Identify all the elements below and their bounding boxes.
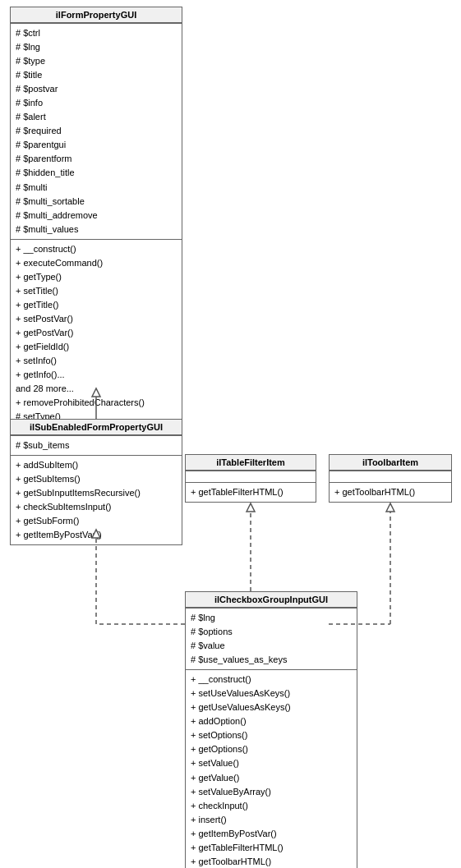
method-row: + getValue() (191, 771, 352, 785)
method-row: + getUseValuesAsKeys() (191, 700, 352, 714)
method-row: + checkInput() (191, 799, 352, 813)
class-ilToolbarItem: ilToolbarItem + getToolbarHTML() (329, 454, 452, 503)
method-row: + setOptions() (191, 728, 352, 742)
arrowhead-impl-toolbar (386, 503, 394, 512)
class-attributes-ilFormPropertyGUI: # $ctrl # $lng # $type # $title # $postv… (11, 23, 182, 239)
attr-row: # $sub_items (16, 439, 177, 452)
attr-row: # $multi_addremove (16, 209, 177, 223)
method-row: + __construct() (191, 673, 352, 687)
attr-row: # $use_values_as_keys (191, 653, 352, 667)
class-attributes-ilCheckboxGroupInputGUI: # $lng # $options # $value # $use_values… (186, 608, 357, 669)
attr-row: # $parentgui (16, 138, 177, 152)
attr-row: # $ctrl (16, 26, 177, 40)
class-ilTableFilterItem: ilTableFilterItem + getTableFilterHTML() (185, 454, 316, 503)
method-row: + getItemByPostVar() (16, 528, 177, 542)
class-methods-ilTableFilterItem: + getTableFilterHTML() (186, 482, 316, 502)
method-row: + getToolbarHTML() (191, 855, 352, 868)
method-row: + removeProhibitedCharacters() (16, 396, 177, 410)
class-ilCheckboxGroupInputGUI: ilCheckboxGroupInputGUI # $lng # $option… (185, 591, 357, 868)
method-row: + setPostVar() (16, 312, 177, 326)
method-row: + getFieldId() (16, 340, 177, 354)
attr-row: # $type (16, 54, 177, 68)
method-row: + setInfo() (16, 354, 177, 368)
class-title-ilTableFilterItem: ilTableFilterItem (186, 455, 316, 471)
attr-row: # $multi_sortable (16, 195, 177, 209)
method-row: + addOption() (191, 714, 352, 728)
class-attributes-ilToolbarItem (330, 471, 451, 482)
class-ilFormPropertyGUI: ilFormPropertyGUI # $ctrl # $lng # $type… (10, 7, 182, 441)
method-row: + getPostVar() (16, 326, 177, 340)
method-row: + addSubItem() (16, 458, 177, 472)
attr-row: # $value (191, 639, 352, 653)
attr-row: # $title (16, 68, 177, 82)
method-row: + getSubInputItemsRecursive() (16, 486, 177, 500)
method-row: + setValue() (191, 756, 352, 770)
class-title-ilToolbarItem: ilToolbarItem (330, 455, 451, 471)
method-row: + getOptions() (191, 742, 352, 756)
attr-row: # $postvar (16, 82, 177, 96)
method-row: + insert() (191, 813, 352, 827)
attr-row: # $required (16, 124, 177, 138)
attr-row: # $alert (16, 110, 177, 124)
method-row: + getTitle() (16, 298, 177, 312)
method-row: + checkSubItemsInput() (16, 500, 177, 514)
method-row: + getItemByPostVar() (191, 827, 352, 841)
method-row: + getInfo()... (16, 368, 177, 382)
method-row: + setValueByArray() (191, 785, 352, 799)
attr-row: # $parentform (16, 152, 177, 166)
class-methods-ilToolbarItem: + getToolbarHTML() (330, 482, 451, 502)
method-row: + getSubItems() (16, 472, 177, 486)
method-row: and 28 more... (16, 382, 177, 396)
class-title-ilCheckboxGroupInputGUI: ilCheckboxGroupInputGUI (186, 592, 357, 608)
class-attributes-ilSubEnabledFormPropertyGUI: # $sub_items (11, 435, 182, 455)
attr-row: # $info (16, 96, 177, 110)
method-row: + setTitle() (16, 284, 177, 298)
class-ilSubEnabledFormPropertyGUI: ilSubEnabledFormPropertyGUI # $sub_items… (10, 419, 182, 545)
class-title-ilSubEnabledFormPropertyGUI: ilSubEnabledFormPropertyGUI (11, 420, 182, 435)
attr-row: # $lng (16, 40, 177, 54)
method-row: + executeCommand() (16, 256, 177, 270)
class-methods-ilSubEnabledFormPropertyGUI: + addSubItem() + getSubItems() + getSubI… (11, 455, 182, 544)
arrowhead-impl-tablefilter (247, 503, 255, 512)
class-title-ilFormPropertyGUI: ilFormPropertyGUI (11, 7, 182, 23)
method-row: + getTableFilterHTML() (191, 485, 311, 499)
method-row: + getSubForm() (16, 514, 177, 528)
class-attributes-ilTableFilterItem (186, 471, 316, 482)
class-methods-ilCheckboxGroupInputGUI: + __construct() + setUseValuesAsKeys() +… (186, 669, 357, 868)
method-row: + getTableFilterHTML() (191, 841, 352, 855)
attr-row: # $lng (191, 611, 352, 625)
attr-row: # $multi_values (16, 223, 177, 237)
attr-row: # $multi (16, 181, 177, 195)
method-row: + __construct() (16, 242, 177, 256)
diagram-container: ilFormPropertyGUI # $ctrl # $lng # $type… (0, 0, 461, 868)
class-methods-ilFormPropertyGUI: + __construct() + executeCommand() + get… (11, 239, 182, 441)
attr-row: # $options (191, 625, 352, 639)
method-row: + setUseValuesAsKeys() (191, 687, 352, 700)
method-row: + getType() (16, 270, 177, 284)
method-row: + getToolbarHTML() (334, 485, 446, 499)
attr-row: # $hidden_title (16, 166, 177, 180)
